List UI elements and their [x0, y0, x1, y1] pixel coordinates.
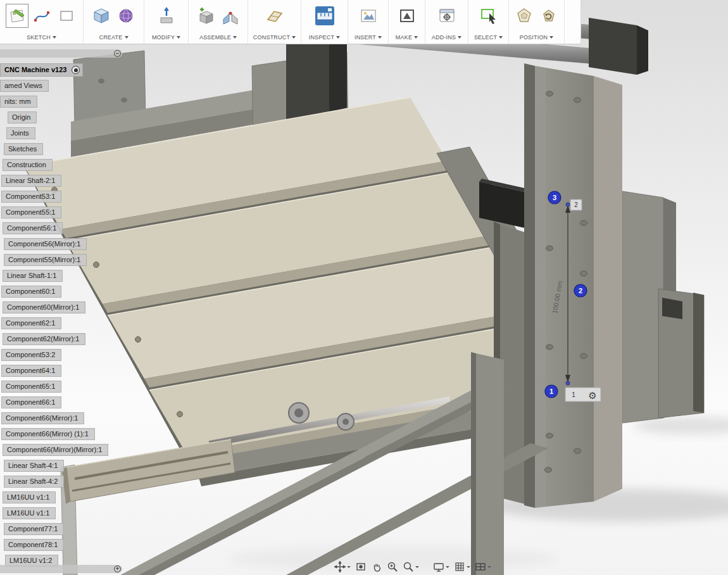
browser-tree-item[interactable]: Joints — [6, 127, 35, 139]
magnifier-plus-icon — [387, 561, 398, 572]
browser-item-label: Construction — [7, 161, 46, 168]
browser-tree-item[interactable]: Component66(Mirror) (1):1 — [1, 428, 95, 440]
toolbar-label-sketch: SKETCH — [27, 34, 51, 41]
joint-button[interactable] — [219, 4, 242, 28]
select-button[interactable] — [477, 4, 500, 28]
browser-item-label: Component66(Mirror)(Mirror):1 — [7, 446, 102, 453]
browser-tree-item[interactable]: Component55:1 — [1, 206, 61, 218]
browser-item-label: Component66(Mirror):1 — [6, 414, 78, 422]
chevron-down-icon — [177, 36, 180, 39]
browser-tree-item[interactable]: Component60(Mirror):1 — [3, 301, 85, 313]
browser-tree-item[interactable]: amed Views — [0, 80, 49, 92]
new-component-icon — [196, 6, 215, 25]
toolbar-dropdown-select[interactable]: SELECT — [474, 34, 503, 42]
zoom-window-button[interactable] — [403, 561, 419, 572]
addins-button[interactable] — [436, 4, 458, 28]
browser-tree-item[interactable]: Component53:1 — [1, 191, 61, 203]
zoom-button[interactable] — [387, 561, 398, 572]
revert-position-button[interactable] — [537, 4, 560, 28]
browser-tree-item[interactable]: Linear Shaft-4:2 — [4, 476, 64, 488]
sketch-rectangle-button[interactable] — [55, 4, 78, 28]
look-at-icon — [355, 561, 367, 572]
make-button[interactable] — [396, 4, 418, 28]
browser-tree-item[interactable]: Component78:1 — [4, 539, 64, 551]
create-sketch-button[interactable] — [6, 4, 28, 28]
measure-settings-gear-icon[interactable]: ⚙ — [588, 390, 596, 401]
create-solid-button[interactable] — [90, 4, 113, 28]
sketch-spline-button[interactable] — [30, 4, 53, 28]
toolbar-dropdown-construct[interactable]: CONSTRUCT — [253, 34, 296, 42]
browser-tree-item[interactable]: Component66(Mirror):1 — [1, 412, 84, 424]
chevron-down-icon — [378, 36, 382, 39]
browser-tree-item[interactable]: Component66(Mirror)(Mirror):1 — [3, 444, 108, 456]
browser-tree-item[interactable]: Component62:1 — [1, 317, 61, 329]
browser-tree-item[interactable]: Component77:1 — [4, 523, 64, 535]
expand-icon[interactable]: + — [114, 566, 121, 572]
browser-tree-item[interactable]: Linear Shaft-2:1 — [1, 175, 61, 187]
browser-item-label: Origin — [12, 113, 30, 121]
viewports-icon — [475, 561, 486, 572]
browser-tree-item[interactable]: Component65:1 — [1, 381, 61, 393]
browser-item-list: amed Views nits: mm Origin Joints Sketch… — [0, 80, 108, 571]
toolbar-dropdown-modify[interactable]: MODIFY — [152, 34, 180, 42]
move-arrows-icon — [334, 561, 346, 572]
collapse-icon[interactable]: − — [114, 50, 121, 57]
svg-text:3: 3 — [553, 194, 556, 201]
browser-tree-item[interactable]: Component56:1 — [3, 222, 63, 234]
activate-component-radio-icon[interactable] — [72, 66, 80, 74]
press-pull-button[interactable] — [155, 4, 178, 28]
capture-position-button[interactable] — [513, 4, 536, 28]
insert-button[interactable] — [357, 4, 380, 28]
pan-orbit-button[interactable] — [334, 561, 351, 572]
browser-tree-item[interactable]: Component60:1 — [1, 286, 61, 298]
measure-icon — [315, 6, 335, 26]
chevron-down-icon — [125, 36, 129, 39]
capture-position-icon — [515, 6, 534, 25]
browser-tree-item[interactable]: Construction — [3, 159, 53, 171]
new-component-button[interactable] — [194, 4, 217, 28]
browser-tree-item[interactable]: LM16UU v1:1 — [3, 507, 56, 519]
browser-tree-item[interactable]: Linear Shaft-1:1 — [3, 270, 63, 282]
browser-root-item[interactable]: CNC Machine v123 — [0, 63, 83, 77]
display-settings-button[interactable] — [433, 561, 449, 572]
toolbar-dropdown-create[interactable]: CREATE — [99, 34, 128, 42]
browser-tree-item[interactable]: Component62(Mirror):1 — [3, 333, 85, 345]
browser-tree-item[interactable]: LM16UU v1:1 — [3, 491, 56, 503]
measure-balloon-2: 2 — [574, 284, 587, 297]
browser-item-label: Component56(Mirror):1 — [8, 240, 80, 248]
browser-item-label: Component55:1 — [6, 208, 55, 216]
toolbar-dropdown-position[interactable]: POSITION — [520, 34, 554, 42]
browser-scrollbar-bottom[interactable]: + — [0, 565, 122, 573]
browser-tree-item[interactable]: Component55(Mirror):1 — [4, 254, 87, 266]
chevron-down-icon — [233, 36, 237, 39]
viewports-button[interactable] — [475, 561, 491, 572]
look-at-button[interactable] — [355, 561, 367, 572]
toolbar-dropdown-addins[interactable]: ADD-INS — [432, 34, 461, 42]
browser-tree-item[interactable]: Component53:2 — [1, 349, 61, 361]
create-form-button[interactable] — [115, 4, 137, 28]
3d-viewport[interactable]: 100.00 mm 2 1 ⚙ 1 2 3 — [0, 0, 728, 575]
toolbar-dropdown-insert[interactable]: INSERT — [355, 34, 382, 42]
toolbar-dropdown-make[interactable]: MAKE — [396, 34, 418, 42]
browser-tree-item[interactable]: Sketches — [4, 143, 43, 155]
pan-hand-button[interactable] — [371, 561, 382, 572]
measure-button[interactable] — [313, 4, 336, 28]
toolbar-dropdown-inspect[interactable]: INSPECT — [309, 34, 340, 42]
browser-tree-item[interactable]: Origin — [8, 111, 37, 123]
browser-scrollbar-top[interactable]: − — [0, 49, 122, 58]
toolbar-dropdown-sketch[interactable]: SKETCH — [27, 34, 56, 42]
browser-tree-item[interactable]: Component64:1 — [1, 365, 61, 377]
browser-tree-item[interactable]: Linear Shaft-4:1 — [4, 460, 64, 472]
chevron-down-icon — [415, 566, 419, 568]
grid-snap-button[interactable] — [454, 561, 470, 572]
browser-tree-item[interactable]: Component66:1 — [1, 396, 61, 408]
chevron-down-icon — [446, 566, 449, 568]
main-toolbar: SKETCH CREATE — [0, 0, 581, 44]
toolbar-dropdown-assemble[interactable]: ASSEMBLE — [199, 34, 237, 42]
select-icon — [479, 6, 498, 25]
browser-tree-item[interactable]: nits: mm — [0, 96, 37, 108]
browser-tree-item[interactable]: Component56(Mirror):1 — [4, 238, 87, 250]
sketch-rectangle-icon — [57, 6, 76, 25]
browser-item-label: Joints — [11, 129, 29, 137]
construct-plane-button[interactable] — [263, 4, 286, 28]
